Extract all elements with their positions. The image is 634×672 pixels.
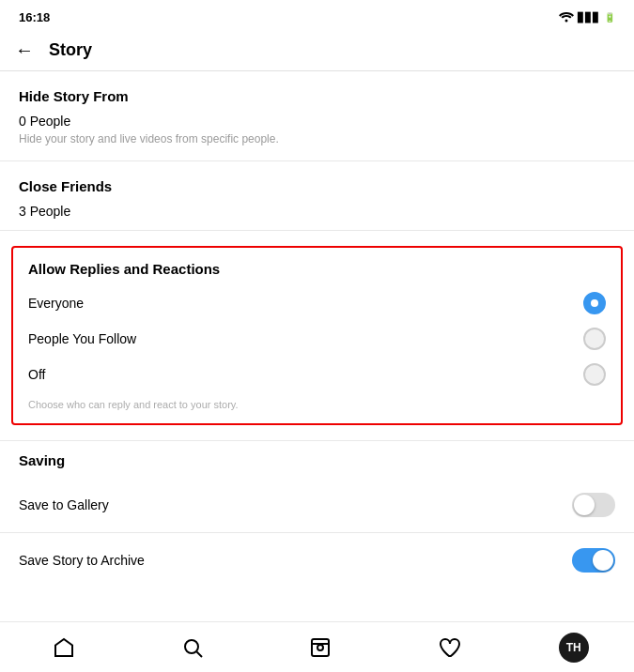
heart-nav-item[interactable]: [430, 629, 468, 666]
saving-title: Saving: [19, 452, 615, 468]
saving-section: Saving: [0, 441, 634, 468]
toggle-knob-archive: [593, 550, 613, 571]
radio-label-people-you-follow: People You Follow: [28, 331, 136, 346]
svg-line-2: [196, 651, 202, 657]
allow-replies-box: Allow Replies and Reactions Everyone Peo…: [11, 246, 623, 425]
back-button[interactable]: ←: [15, 39, 34, 61]
status-bar: 16:18 ▊▊▊ 🔋: [0, 0, 634, 30]
bottom-nav: TH: [0, 621, 634, 672]
hide-story-title: Hide Story From: [19, 88, 615, 104]
radio-row-off: Off: [28, 363, 606, 386]
radio-button-off[interactable]: [583, 363, 606, 386]
reels-icon: [309, 636, 332, 659]
divider-2: [0, 230, 634, 231]
save-to-gallery-toggle[interactable]: [572, 493, 615, 517]
svg-rect-3: [312, 639, 329, 656]
save-to-gallery-label: Save to Gallery: [19, 497, 109, 512]
save-to-gallery-row: Save to Gallery: [0, 478, 634, 532]
svg-point-1: [185, 640, 198, 653]
content-area: Hide Story From 0 People Hide your story…: [0, 71, 634, 614]
page-header: ← Story: [0, 30, 634, 71]
replies-title: Allow Replies and Reactions: [28, 261, 606, 277]
wifi-icon: [559, 11, 574, 23]
status-icons: ▊▊▊ 🔋: [559, 11, 615, 23]
toggle-knob-gallery: [574, 495, 595, 515]
radio-button-everyone[interactable]: [583, 292, 606, 314]
save-to-archive-row: Save Story to Archive: [0, 533, 634, 588]
replies-desc: Choose who can reply and react to your s…: [28, 399, 606, 410]
hide-story-section: Hide Story From 0 People Hide your story…: [0, 71, 634, 145]
svg-point-0: [565, 20, 568, 23]
hide-story-value: 0 People: [19, 114, 615, 129]
close-friends-title: Close Friends: [19, 178, 615, 194]
save-to-archive-toggle[interactable]: [572, 548, 615, 573]
close-friends-section: Close Friends 3 People: [0, 161, 634, 219]
home-nav-item[interactable]: [45, 629, 83, 666]
radio-label-off: Off: [28, 367, 45, 382]
svg-point-4: [317, 645, 323, 650]
save-to-archive-label: Save Story to Archive: [19, 553, 145, 568]
home-icon: [53, 636, 75, 659]
radio-label-everyone: Everyone: [28, 296, 84, 311]
search-nav-item[interactable]: [174, 629, 211, 666]
reels-nav-item[interactable]: [302, 629, 339, 666]
heart-icon: [438, 636, 460, 659]
signal-icon: ▊▊▊: [578, 12, 600, 23]
radio-row-everyone: Everyone: [28, 292, 606, 314]
status-time: 16:18: [19, 10, 50, 24]
radio-button-people-you-follow[interactable]: [583, 328, 606, 350]
battery-icon: 🔋: [604, 12, 615, 23]
profile-avatar[interactable]: TH: [559, 633, 589, 663]
radio-row-people-you-follow: People You Follow: [28, 328, 606, 350]
hide-story-desc: Hide your story and live videos from spe…: [19, 132, 615, 145]
search-icon: [181, 636, 204, 659]
close-friends-value: 3 People: [19, 204, 615, 219]
page-title: Story: [49, 40, 92, 60]
